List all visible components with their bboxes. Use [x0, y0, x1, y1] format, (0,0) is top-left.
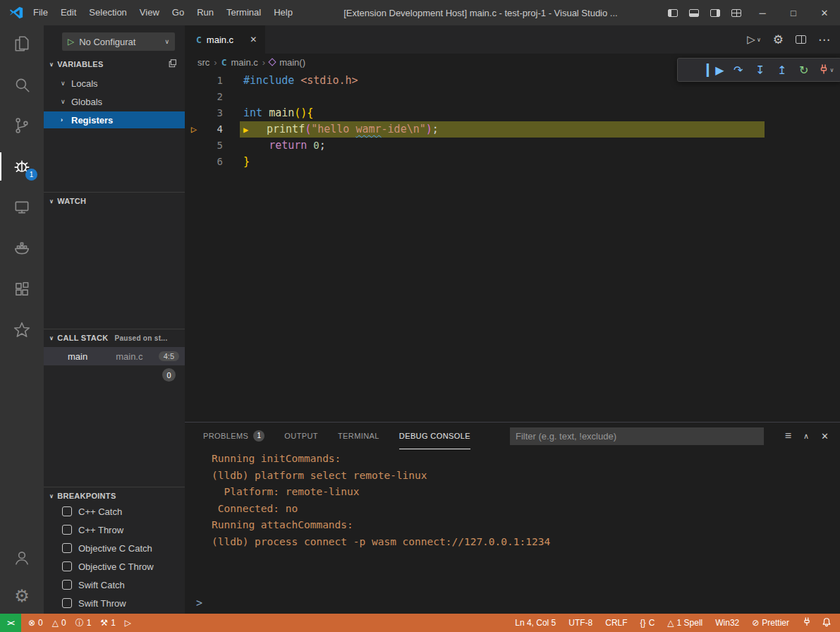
- activity-item-run-and-debug[interactable]: 1: [0, 157, 44, 176]
- gear-icon[interactable]: ⚙: [773, 32, 784, 47]
- panel-tab-output[interactable]: OUTPUT: [284, 423, 318, 449]
- panel-tab-problems[interactable]: PROBLEMS1: [203, 423, 264, 449]
- menu-terminal[interactable]: Terminal: [220, 0, 267, 25]
- activity-item-extensions[interactable]: [0, 280, 44, 298]
- callstack-frame-row[interactable]: main main.c 4:5: [44, 347, 185, 365]
- status-spell-warnings[interactable]: △1 Spell: [667, 618, 702, 628]
- code-line[interactable]: 2: [185, 89, 840, 105]
- status-platform[interactable]: Win32: [715, 618, 739, 628]
- breadcrumb-src[interactable]: src: [197, 57, 209, 68]
- console-filter-input[interactable]: [510, 427, 764, 445]
- breakpoint-item[interactable]: Objective C Catch: [44, 539, 185, 557]
- start-debugging-icon[interactable]: ▷: [68, 37, 74, 47]
- disconnect-button[interactable]: ∨: [818, 61, 834, 79]
- activity-item-source-control[interactable]: [0, 116, 44, 135]
- code-text[interactable]: [240, 89, 243, 105]
- remote-indicator[interactable]: ><: [0, 614, 21, 632]
- breakpoint-checkbox[interactable]: [62, 506, 72, 516]
- status-encoding[interactable]: UTF-8: [568, 618, 592, 628]
- breakpoint-item[interactable]: Swift Catch: [44, 576, 185, 594]
- status-warnings[interactable]: △0: [52, 618, 66, 628]
- breakpoint-item[interactable]: Swift Throw: [44, 594, 185, 612]
- variables-item-globals[interactable]: ∨ Globals: [44, 93, 185, 110]
- activity-item-accounts[interactable]: [0, 549, 44, 567]
- breakpoint-gutter[interactable]: [185, 138, 203, 154]
- callstack-section-header[interactable]: ∨ CALL STACK Paused on st...: [44, 330, 185, 346]
- status-language-mode[interactable]: {}C: [640, 618, 655, 628]
- breakpoint-checkbox[interactable]: [62, 543, 72, 553]
- status-eol[interactable]: CRLF: [605, 618, 627, 628]
- code-line[interactable]: 6}: [185, 154, 840, 170]
- breakpoint-gutter[interactable]: [185, 89, 203, 105]
- status-debug-start[interactable]: ▷: [125, 618, 131, 628]
- toggle-sidebar-icon[interactable]: [662, 0, 683, 25]
- close-button[interactable]: ✕: [809, 0, 840, 25]
- status-infos[interactable]: ⓘ1: [75, 617, 92, 629]
- status-cursor-position[interactable]: Ln 4, Col 5: [515, 618, 556, 628]
- code-editor[interactable]: 1#include <stdio.h>23int main(){▷4▶print…: [185, 71, 840, 422]
- menu-view[interactable]: View: [133, 0, 166, 25]
- activity-item-settings[interactable]: ⚙: [0, 587, 44, 605]
- menu-file[interactable]: File: [27, 0, 54, 25]
- breakpoint-checkbox[interactable]: [62, 525, 72, 535]
- menu-selection[interactable]: Selection: [83, 0, 133, 25]
- breakpoints-section-header[interactable]: ∨ BREAKPOINTS: [44, 488, 185, 504]
- menu-go[interactable]: Go: [166, 0, 190, 25]
- console-prompt-icon[interactable]: >: [196, 597, 202, 609]
- drag-grip-icon[interactable]: [685, 61, 700, 79]
- step-out-button[interactable]: ↥: [774, 61, 790, 79]
- variables-section-header[interactable]: ∨ VARIABLES: [44, 56, 185, 72]
- breadcrumb-file[interactable]: main.c: [231, 57, 258, 68]
- copy-value-icon[interactable]: [168, 59, 178, 70]
- debug-config-dropdown[interactable]: ▷ No Configurat ∨: [62, 32, 175, 51]
- breakpoint-item[interactable]: C++ Catch: [44, 502, 185, 521]
- debug-console-output[interactable]: Running initCommands:(lldb) platform sel…: [185, 451, 840, 592]
- minimize-button[interactable]: ─: [747, 0, 778, 25]
- breakpoint-checkbox[interactable]: [62, 598, 72, 608]
- step-into-button[interactable]: ↧: [753, 61, 768, 79]
- code-text[interactable]: ▶printf("hello wamr-ide\n");: [240, 121, 765, 138]
- activity-item-explorer[interactable]: [0, 35, 44, 53]
- maximize-panel-icon[interactable]: ∧: [803, 432, 809, 441]
- breakpoint-gutter[interactable]: [185, 73, 203, 89]
- activity-item-remote-explorer[interactable]: [0, 198, 44, 217]
- activity-item-search[interactable]: [0, 75, 44, 94]
- maximize-button[interactable]: □: [778, 0, 809, 25]
- breadcrumb-symbol[interactable]: main(): [279, 57, 305, 68]
- tab-main-c[interactable]: C main.c ✕: [185, 25, 265, 54]
- activity-item-favorites[interactable]: [0, 321, 44, 339]
- variables-item-registers[interactable]: › Registers: [44, 111, 185, 128]
- panel-tab-debug-console[interactable]: DEBUG CONSOLE: [399, 423, 470, 449]
- split-editor-icon[interactable]: [796, 35, 806, 44]
- code-text[interactable]: int main(){: [240, 105, 313, 121]
- activity-item-docker[interactable]: [0, 239, 44, 257]
- breakpoint-checkbox[interactable]: [62, 580, 72, 590]
- panel-tab-terminal[interactable]: TERMINAL: [338, 423, 379, 449]
- breakpoint-gutter[interactable]: [185, 105, 203, 121]
- status-errors[interactable]: ⊗0: [28, 618, 43, 628]
- plug-icon[interactable]: [802, 617, 812, 629]
- code-text[interactable]: }: [240, 154, 250, 170]
- code-text[interactable]: return 0;: [240, 138, 326, 154]
- breakpoint-gutter[interactable]: [185, 154, 203, 170]
- status-tools[interactable]: ⚒1: [100, 618, 115, 628]
- bell-icon[interactable]: [822, 617, 832, 629]
- code-line[interactable]: ▷4▶printf("hello wamr-ide\n");: [185, 121, 840, 138]
- status-formatter[interactable]: ⊘Prettier: [752, 618, 789, 628]
- code-line[interactable]: 3int main(){: [185, 105, 840, 121]
- close-panel-icon[interactable]: ✕: [821, 431, 829, 442]
- continue-button[interactable]: ▎▶: [707, 61, 724, 79]
- breakpoint-item[interactable]: C++ Throw: [44, 521, 185, 539]
- code-text[interactable]: #include <stdio.h>: [240, 73, 358, 89]
- menu-help[interactable]: Help: [267, 0, 299, 25]
- close-tab-icon[interactable]: ✕: [250, 35, 257, 44]
- restart-button[interactable]: ↻: [796, 61, 812, 79]
- variables-item-locals[interactable]: ∨ Locals: [44, 75, 185, 92]
- debug-current-line-margin-arrow-icon[interactable]: ▷: [185, 121, 203, 138]
- breakpoint-checkbox[interactable]: [62, 561, 72, 571]
- panel-menu-icon[interactable]: ≡: [785, 430, 791, 442]
- breakpoint-item[interactable]: Objective C Throw: [44, 557, 185, 576]
- watch-section-header[interactable]: ∨ WATCH: [44, 193, 185, 209]
- customize-layout-icon[interactable]: [726, 0, 747, 25]
- toggle-secondary-sidebar-icon[interactable]: [705, 0, 726, 25]
